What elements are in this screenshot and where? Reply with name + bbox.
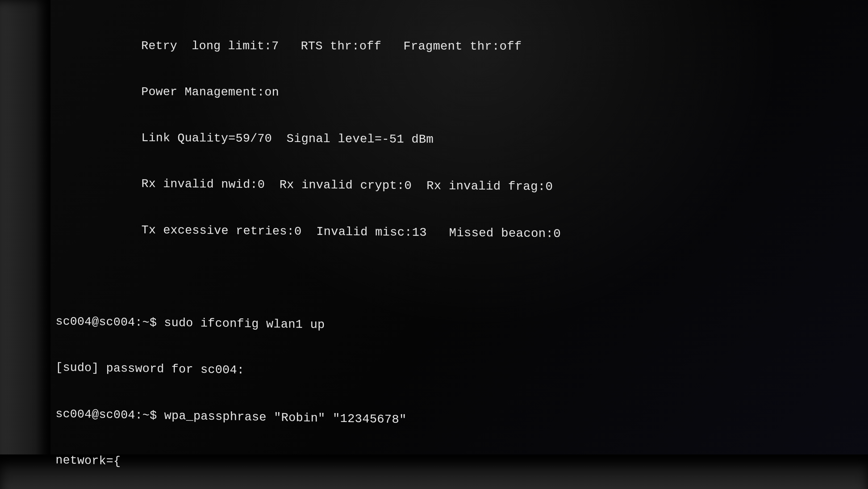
iwconfig-linkquality-line: Link Quality=59/70 Signal level=-51 dBm — [56, 130, 868, 150]
prompt-line-2: sc004@sc004:~$ wpa_passphrase "Robin" "1… — [56, 406, 868, 436]
iwconfig-retry-line: Retry long limit:7 RTS thr:off Fragment … — [56, 38, 868, 55]
iwconfig-rx-line: Rx invalid nwid:0 Rx invalid crypt:0 Rx … — [56, 176, 868, 197]
blank-line — [56, 268, 868, 292]
prompt-line-1: sc004@sc004:~$ sudo ifconfig wlan1 up — [56, 314, 868, 340]
prompt-1: sc004@sc004:~$ — [56, 315, 164, 330]
prompt-2: sc004@sc004:~$ — [56, 407, 164, 423]
terminal-output[interactable]: Retry long limit:7 RTS thr:off Fragment … — [55, 8, 868, 489]
wpa-network-open: network={ — [56, 453, 868, 484]
command-2: wpa_passphrase "Robin" "12345678" — [164, 409, 407, 427]
command-1: sudo ifconfig wlan1 up — [164, 316, 325, 332]
iwconfig-tx-line: Tx excessive retries:0 Invalid misc:13 M… — [56, 222, 868, 245]
sudo-password-line: [sudo] password for sc004: — [56, 360, 868, 388]
iwconfig-power-line: Power Management:on — [56, 84, 868, 102]
monitor-bezel-left — [0, 0, 51, 489]
monitor-screen: Retry long limit:7 RTS thr:off Fragment … — [0, 0, 868, 489]
